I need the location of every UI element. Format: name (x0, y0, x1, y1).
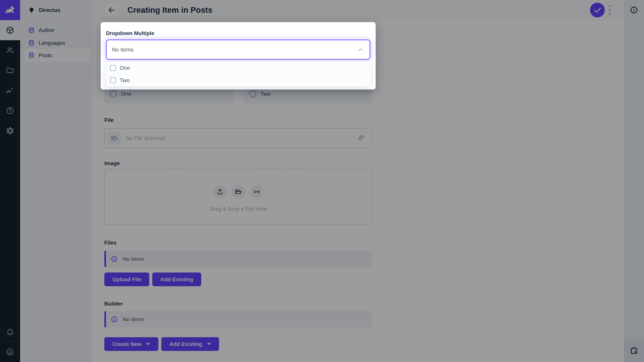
dropdown-option-label: Two (120, 77, 130, 83)
dropdown-value: No Items (112, 46, 356, 53)
dropdown-multiple-input[interactable]: No Items (106, 39, 370, 60)
dropdown-option-one[interactable]: One (106, 62, 370, 74)
dropdown-option-two[interactable]: Two (106, 74, 370, 86)
dropdown-multiple-card: Dropdown Multiple No Items One Two (100, 22, 376, 89)
dropdown-option-label: One (120, 65, 130, 71)
dropdown-menu: One Two (106, 62, 370, 86)
checkbox-icon[interactable] (110, 77, 116, 83)
chevron-up-icon (356, 45, 364, 54)
app-root: Creating Item in Posts (0, 0, 644, 362)
checkbox-icon[interactable] (110, 65, 116, 71)
dropdown-field-label: Dropdown Multiple (106, 30, 154, 36)
